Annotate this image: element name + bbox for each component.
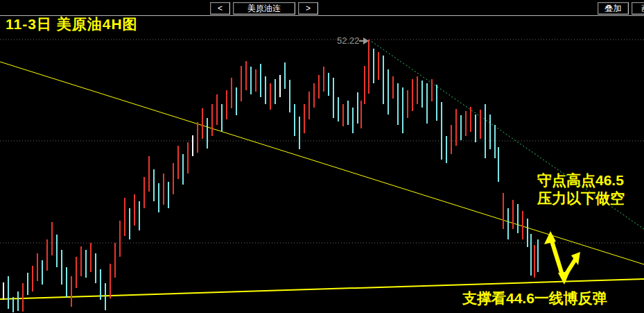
peak-arrow-head-icon xyxy=(363,37,369,44)
app-window: < 美原油连 > 叠加 画 11-3日 美原油4H图 守点高点46.5 压力以下… xyxy=(0,0,644,313)
support-note: 支撑看44.6一线博反弹 xyxy=(462,289,607,308)
overlay-button[interactable]: 叠加 xyxy=(598,2,629,15)
forecast-arrow-head-icon xyxy=(558,271,570,285)
peak-price-label: 52.22 xyxy=(337,35,360,46)
next-symbol-button[interactable]: > xyxy=(298,2,318,15)
prev-symbol-button[interactable]: < xyxy=(210,2,230,15)
chart-canvas[interactable] xyxy=(0,0,644,313)
symbol-selector-button[interactable]: 美原油连 xyxy=(233,2,295,15)
forecast-arrow-shaft xyxy=(550,237,563,277)
draw-tools-button[interactable]: 画 xyxy=(632,2,644,15)
descending-resistance-line xyxy=(0,62,644,264)
resistance-note-line2: 压力以下做空 xyxy=(537,189,625,208)
resistance-note-line1: 守点高点46.5 xyxy=(537,171,625,189)
chart-title: 11-3日 美原油4H图 xyxy=(6,15,138,34)
resistance-note: 守点高点46.5 压力以下做空 xyxy=(537,171,625,208)
